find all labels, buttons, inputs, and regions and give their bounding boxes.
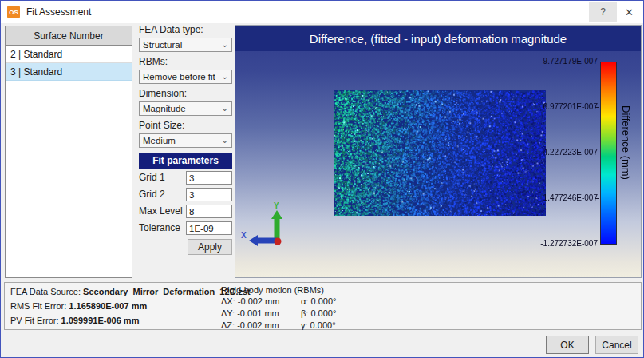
plot-viewport[interactable]: Difference, (fitted - input) deformation…: [235, 25, 642, 278]
rbm-dx: ΔX: -0.002 mm: [221, 296, 301, 308]
dimension-value: Magnitude: [143, 104, 222, 113]
colorbar-axis-label: Difference (mm): [620, 105, 632, 209]
grid2-label: Grid 2: [139, 189, 186, 200]
fea-data-type-label: FEA Data type:: [139, 25, 232, 35]
surface-row-2[interactable]: 2 | Standard: [6, 46, 132, 63]
point-size-dropdown[interactable]: Medium ⌄: [139, 133, 232, 148]
surface-list-header: Surface Number: [6, 26, 132, 46]
ok-button[interactable]: OK: [546, 336, 589, 354]
rbms-label: RBMs:: [139, 57, 232, 67]
grid1-label: Grid 1: [139, 173, 186, 183]
max-level-label: Max Level: [139, 206, 186, 217]
rbm-header: Rigid-body motion (RBMs): [221, 284, 336, 296]
rbm-dz: ΔZ: -0.002 mm: [221, 320, 301, 332]
chevron-down-icon: ⌄: [222, 105, 228, 112]
fea-data-source: FEA Data Source: Secondary_Mirror_Deform…: [10, 287, 251, 296]
colorbar-label: 6.977201E-007: [524, 102, 598, 111]
rms-fit-error: RMS Fit Error: 1.165890E-007 mm: [10, 301, 147, 311]
controls-panel: FEA Data type: Structural ⌄ RBMs: Remove…: [139, 25, 232, 255]
colorbar-label: 4.227223E-007: [524, 148, 598, 157]
rbm-dy: ΔY: -0.001 mm: [221, 308, 301, 320]
point-size-value: Medium: [143, 136, 222, 145]
grid1-input[interactable]: [186, 171, 232, 185]
colorbar-label-max: 9.727179E-007: [524, 57, 598, 66]
fea-data-type-dropdown[interactable]: Structural ⌄: [139, 38, 232, 52]
colorbar-label: 1.477246E-007: [524, 193, 598, 202]
point-size-label: Point Size:: [139, 121, 232, 131]
chevron-down-icon: ⌄: [222, 42, 228, 48]
rbm-alpha: α: 0.000°: [301, 296, 336, 308]
pv-fit-error: PV Fit Error: 1.099991E-006 mm: [10, 316, 139, 325]
max-level-input[interactable]: [186, 205, 232, 218]
tolerance-input[interactable]: [186, 221, 232, 235]
y-axis-label: Y: [274, 201, 279, 210]
window-title: Fit Assessment: [26, 6, 91, 18]
plot-title: Difference, (fitted - input) deformation…: [235, 26, 641, 51]
chevron-down-icon: ⌄: [222, 74, 228, 80]
grid2-input[interactable]: [186, 188, 232, 201]
fit-assessment-dialog: OS Fit Assessment ? ✕ Surface Number 2 |…: [0, 0, 644, 358]
status-panel: FEA Data Source: Secondary_Mirror_Deform…: [4, 282, 642, 330]
rbms-dropdown[interactable]: Remove before fit ⌄: [139, 70, 232, 84]
chevron-down-icon: ⌄: [222, 137, 228, 144]
surface-list: Surface Number 2 | Standard 3 | Standard: [5, 26, 132, 278]
help-button[interactable]: ?: [589, 2, 617, 22]
fit-parameters-header: Fit parameters: [139, 153, 232, 169]
title-bar: OS Fit Assessment ? ✕: [1, 1, 643, 23]
rbm-gamma: γ: 0.000°: [301, 320, 336, 332]
app-icon: OS: [7, 6, 20, 18]
deformation-point-cloud: [334, 90, 546, 216]
fea-data-type-value: Structural: [143, 40, 222, 50]
orientation-triad: Y X: [240, 201, 288, 251]
rbm-block: Rigid-body motion (RBMs) ΔX: -0.002 mm α…: [221, 284, 336, 332]
rbm-beta: β: 0.000°: [301, 308, 336, 320]
apply-button[interactable]: Apply: [188, 239, 232, 255]
dimension-dropdown[interactable]: Magnitude ⌄: [139, 101, 232, 116]
rbms-value: Remove before fit: [143, 72, 222, 82]
colorbar-label-min: -1.272732E-007: [524, 239, 598, 248]
close-icon[interactable]: ✕: [618, 2, 641, 22]
tolerance-label: Tolerance: [139, 223, 186, 233]
dimension-label: Dimension:: [139, 89, 232, 99]
x-axis-label: X: [241, 231, 247, 240]
surface-row-3-selected[interactable]: 3 | Standard: [6, 63, 132, 81]
colorbar: [600, 62, 617, 245]
cancel-button[interactable]: Cancel: [595, 336, 638, 354]
